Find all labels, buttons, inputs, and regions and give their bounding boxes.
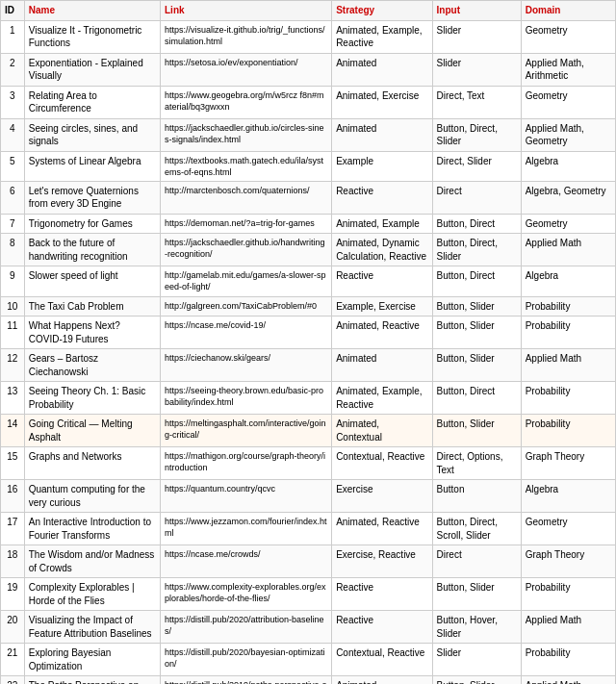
cell-domain: Geometry	[521, 513, 615, 545]
link-anchor[interactable]: https://jackschaedler.github.io/circles-…	[165, 123, 324, 144]
cell-link[interactable]: https://distill.pub/2019/paths-perspecti…	[161, 676, 332, 684]
cell-link[interactable]: https://quantum.country/qcvc	[161, 480, 332, 513]
cell-domain: Applied Math, Arithmetic	[521, 53, 615, 86]
table-row: 2Exponentiation - Explained Visuallyhttp…	[1, 53, 616, 86]
cell-input: Direct	[432, 545, 521, 578]
table-row: 22The Paths Perspective on Value Learnin…	[1, 676, 616, 684]
cell-domain: Applied Math	[521, 676, 615, 684]
cell-strategy: Animated, Exercise	[332, 86, 432, 118]
cell-link[interactable]: https://demoman.net/?a=trig-for-games	[161, 214, 332, 234]
cell-id: 11	[1, 317, 25, 349]
cell-domain: Probability	[521, 296, 615, 317]
cell-link[interactable]: https://textbooks.math.gatech.edu/ila/sy…	[161, 151, 332, 181]
cell-link[interactable]: https://setosa.io/ev/exponentiation/	[161, 53, 332, 86]
cell-name: Exploring Bayesian Optimization	[24, 644, 160, 676]
link-anchor[interactable]: https://www.jezzamon.com/fourier/index.h…	[165, 517, 327, 538]
link-anchor[interactable]: http://marctenbosch.com/quaternions/	[165, 186, 310, 195]
cell-domain: Geometry	[521, 86, 615, 118]
header-link: Link	[161, 1, 332, 21]
main-table: ID Name Link Strategy Input Domain 1Visu…	[0, 0, 616, 684]
link-anchor[interactable]: https://distill.pub/2019/paths-perspecti…	[165, 680, 327, 684]
cell-domain: Algebra	[521, 266, 615, 296]
link-anchor[interactable]: https://jackschaedler.github.io/handwrit…	[165, 238, 325, 259]
cell-id: 2	[1, 53, 25, 86]
cell-link[interactable]: https://distill.pub/2020/attribution-bas…	[161, 611, 332, 644]
cell-name: Complexity Explorables | Horde of the Fl…	[24, 578, 160, 611]
cell-domain: Applied Math	[521, 349, 615, 382]
cell-strategy: Reactive	[332, 266, 432, 296]
link-anchor[interactable]: https://www.geogebra.org/m/w5rcz f8n#mat…	[165, 90, 324, 112]
link-anchor[interactable]: https://demoman.net/?a=trig-for-games	[165, 218, 315, 228]
link-anchor[interactable]: https://mathigon.org/course/graph-theory…	[165, 451, 325, 472]
table-row: 6Let's remove Quaternions from every 3D …	[1, 181, 616, 214]
cell-id: 16	[1, 480, 25, 513]
cell-link[interactable]: http://marctenbosch.com/quaternions/	[161, 181, 332, 214]
cell-id: 19	[1, 578, 25, 611]
link-anchor[interactable]: https://ncase.me/covid-19/	[165, 320, 266, 330]
cell-input: Button, Slider	[432, 317, 521, 349]
cell-strategy: Reactive	[332, 611, 432, 644]
table-row: 21Exploring Bayesian Optimizationhttps:/…	[1, 644, 616, 676]
link-anchor[interactable]: https://textbooks.math.gatech.edu/ila/sy…	[165, 156, 323, 177]
cell-strategy: Contextual, Reactive	[332, 644, 432, 676]
cell-name: The Paths Perspective on Value Learning	[24, 676, 160, 684]
link-anchor[interactable]: https://ciechanow.ski/gears/	[165, 353, 270, 363]
cell-domain: Graph Theory	[521, 545, 615, 578]
cell-name: Going Critical — Melting Asphalt	[24, 415, 160, 447]
cell-link[interactable]: https://distill.pub/2020/bayesian-optimi…	[161, 644, 332, 676]
cell-name: Trigonometry for Games	[24, 214, 160, 234]
cell-link[interactable]: https://visualize-it.github.io/trig/_fun…	[161, 20, 332, 53]
cell-name: Slower speed of light	[24, 266, 160, 296]
cell-input: Button, Direct, Slider	[432, 234, 521, 266]
cell-id: 3	[1, 86, 25, 118]
cell-input: Direct, Options, Text	[432, 447, 521, 480]
cell-link[interactable]: https://ncase.me/crowds/	[161, 545, 332, 578]
header-input: Input	[432, 1, 521, 21]
cell-link[interactable]: https://www.complexity-explorables.org/e…	[161, 578, 332, 611]
cell-link[interactable]: https://ncase.me/covid-19/	[161, 317, 332, 349]
link-anchor[interactable]: https://seeing-theory.brown.edu/basic-pr…	[165, 386, 323, 407]
table-row: 3Relating Area to Circumferencehttps://w…	[1, 86, 616, 118]
cell-link[interactable]: http://galgreen.com/TaxiCabProblem/#0	[161, 296, 332, 317]
cell-input: Button, Direct, Slider	[432, 118, 521, 151]
cell-domain: Graph Theory	[521, 447, 615, 480]
cell-domain: Probability	[521, 317, 615, 349]
link-anchor[interactable]: https://meltingasphalt.com/interactive/g…	[165, 418, 326, 440]
cell-link[interactable]: https://mathigon.org/course/graph-theory…	[161, 447, 332, 480]
link-anchor[interactable]: https://quantum.country/qcvc	[165, 484, 275, 494]
cell-link[interactable]: https://meltingasphalt.com/interactive/g…	[161, 415, 332, 447]
link-anchor[interactable]: https://distill.pub/2020/bayesian-optimi…	[165, 647, 325, 669]
cell-id: 20	[1, 611, 25, 644]
cell-link[interactable]: https://jackschaedler.github.io/circles-…	[161, 118, 332, 151]
link-anchor[interactable]: https://distill.pub/2020/attribution-bas…	[165, 615, 324, 636]
cell-strategy: Animated, Example	[332, 214, 432, 234]
table-row: 10The Taxi Cab Problemhttp://galgreen.co…	[1, 296, 616, 317]
cell-input: Button, Slider	[432, 415, 521, 447]
cell-strategy: Reactive	[332, 181, 432, 214]
cell-link[interactable]: http://gamelab.mit.edu/games/a-slower-sp…	[161, 266, 332, 296]
cell-strategy: Animated, Example, Reactive	[332, 382, 432, 415]
link-anchor[interactable]: https://ncase.me/crowds/	[165, 549, 261, 559]
link-anchor[interactable]: http://gamelab.mit.edu/games/a-slower-sp…	[165, 270, 326, 291]
cell-input: Direct, Slider	[432, 151, 521, 181]
cell-input: Button, Slider	[432, 296, 521, 317]
cell-link[interactable]: https://www.jezzamon.com/fourier/index.h…	[161, 513, 332, 545]
cell-link[interactable]: https://www.geogebra.org/m/w5rcz f8n#mat…	[161, 86, 332, 118]
link-anchor[interactable]: https://setosa.io/ev/exponentiation/	[165, 58, 298, 67]
cell-name: Let's remove Quaternions from every 3D E…	[24, 181, 160, 214]
cell-name: Gears – Bartosz Ciechanowski	[24, 349, 160, 382]
cell-name: Systems of Linear Algebra	[24, 151, 160, 181]
link-anchor[interactable]: https://www.complexity-explorables.org/e…	[165, 582, 326, 603]
cell-link[interactable]: https://jackschaedler.github.io/handwrit…	[161, 234, 332, 266]
cell-strategy: Animated, Reactive	[332, 513, 432, 545]
cell-strategy: Animated, Dynamic Calculation, Reactive	[332, 234, 432, 266]
cell-domain: Geometry	[521, 20, 615, 53]
cell-input: Button, Slider	[432, 349, 521, 382]
cell-strategy: Animated	[332, 118, 432, 151]
link-anchor[interactable]: https://visualize-it.github.io/trig/_fun…	[165, 25, 325, 46]
cell-input: Direct	[432, 181, 521, 214]
link-anchor[interactable]: http://galgreen.com/TaxiCabProblem/#0	[165, 301, 317, 311]
cell-link[interactable]: https://seeing-theory.brown.edu/basic-pr…	[161, 382, 332, 415]
cell-name: Seeing Theory Ch. 1: Basic Probability	[24, 382, 160, 415]
cell-link[interactable]: https://ciechanow.ski/gears/	[161, 349, 332, 382]
